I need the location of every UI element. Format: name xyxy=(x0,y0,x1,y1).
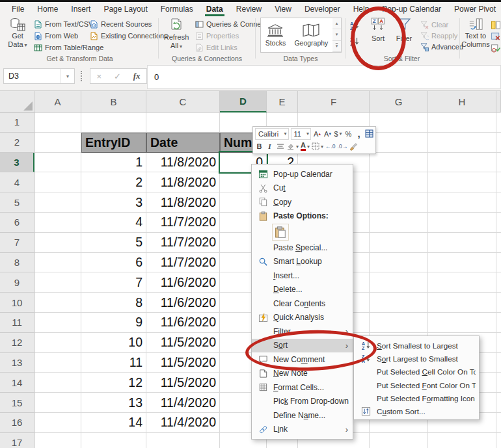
cell-G6[interactable] xyxy=(370,213,428,233)
cell-A16[interactable] xyxy=(34,413,81,433)
tab-page-layout[interactable]: Page Layout xyxy=(97,2,154,16)
cell-B4[interactable]: 2 xyxy=(81,172,146,192)
cell-partial[interactable] xyxy=(496,192,501,213)
cell-A15[interactable] xyxy=(34,393,81,413)
percent-style-icon[interactable]: % xyxy=(344,129,353,139)
cell-G10[interactable] xyxy=(370,293,428,313)
cell-C1[interactable] xyxy=(146,112,220,133)
column-header-G[interactable]: G xyxy=(370,91,428,112)
cell-B12[interactable]: 10 xyxy=(81,333,146,353)
tab-data[interactable]: Data xyxy=(200,2,230,16)
cell-partial[interactable] xyxy=(496,253,501,273)
row-header-14[interactable]: 14 xyxy=(0,373,34,393)
menu-item-format-cells[interactable]: Format Cells... xyxy=(252,380,353,395)
tab-review[interactable]: Review xyxy=(230,2,268,16)
cell-A14[interactable] xyxy=(34,373,81,393)
cell-B2[interactable]: EntryID xyxy=(81,133,146,153)
cell-H5[interactable] xyxy=(428,192,496,213)
enter-icon[interactable]: ✓ xyxy=(114,72,121,81)
get-data-button[interactable]: Get Data▾ xyxy=(4,18,31,49)
cell-H6[interactable] xyxy=(428,213,496,233)
cell-B11[interactable]: 9 xyxy=(81,313,146,333)
menu-item-new-note[interactable]: New Note xyxy=(252,367,353,381)
row-header-10[interactable]: 10 xyxy=(0,293,34,313)
column-header-C[interactable]: C xyxy=(146,91,220,112)
cell-G5[interactable] xyxy=(370,192,428,213)
row-header-2[interactable]: 2 xyxy=(0,133,34,153)
flash-fill-icon[interactable] xyxy=(491,20,501,30)
select-all-corner[interactable] xyxy=(0,91,34,112)
cancel-icon[interactable]: × xyxy=(96,72,102,81)
cell-G9[interactable] xyxy=(370,272,428,293)
font-size-select[interactable]: 11▾ xyxy=(291,128,311,140)
menu-item-define-name[interactable]: Define Name... xyxy=(252,408,353,423)
menu-item-insert[interactable]: Insert... xyxy=(252,269,353,283)
font-name-select[interactable]: Calibri▾ xyxy=(255,128,289,140)
menu-item-pop-up-calendar[interactable]: Pop-up Calendar xyxy=(252,167,353,181)
sort-button[interactable]: ZA Sort xyxy=(366,18,390,43)
shrink-font-icon[interactable]: A▾ xyxy=(323,129,332,139)
cell-A3[interactable] xyxy=(34,153,81,173)
row-header-4[interactable]: 4 xyxy=(0,172,34,192)
column-header-A[interactable]: A xyxy=(34,91,81,112)
cell-C10[interactable]: 11/6/2020 xyxy=(146,293,220,313)
cell-G2[interactable] xyxy=(370,133,428,153)
tab-home[interactable]: Home xyxy=(31,2,64,16)
cell-partial[interactable] xyxy=(496,272,501,293)
cell-partial[interactable] xyxy=(496,213,501,233)
cell-C17[interactable] xyxy=(146,433,220,448)
row-header-12[interactable]: 12 xyxy=(0,333,34,353)
chevron-down-icon[interactable]: ▾ xyxy=(61,69,74,83)
cell-G1[interactable] xyxy=(370,112,428,133)
menu-item-quick-analysis[interactable]: Quick Analysis xyxy=(252,311,353,325)
cell-G3[interactable] xyxy=(370,153,428,173)
recent-sources-button[interactable]: Recent Sources xyxy=(90,19,152,29)
cell-A7[interactable] xyxy=(34,233,81,253)
cell-H17[interactable] xyxy=(428,433,496,448)
cell-partial[interactable] xyxy=(496,293,501,313)
menu-item-sort-largest-to-smallest[interactable]: ZASort Largest to Smallest xyxy=(354,352,479,365)
from-text-csv-button[interactable]: From Text/CSV xyxy=(34,19,93,29)
cell-A1[interactable] xyxy=(34,112,81,133)
format-painter-icon[interactable] xyxy=(349,141,358,152)
menu-item-delete[interactable]: Delete... xyxy=(252,283,353,297)
edit-links-button[interactable]: Edit Links xyxy=(195,42,237,53)
properties-button[interactable]: Properties xyxy=(195,31,239,41)
cell-G8[interactable] xyxy=(370,253,428,273)
cell-B14[interactable]: 12 xyxy=(81,373,146,393)
column-header-E[interactable]: E xyxy=(267,91,298,112)
cell-partial[interactable] xyxy=(496,413,501,433)
cell-C12[interactable]: 11/5/2020 xyxy=(146,333,220,353)
cell-H7[interactable] xyxy=(428,233,496,253)
cell-partial[interactable] xyxy=(496,153,501,173)
cell-B3[interactable]: 1 xyxy=(81,153,146,173)
row-header-11[interactable]: 11 xyxy=(0,313,34,333)
cell-B15[interactable]: 13 xyxy=(81,393,146,413)
cell-partial[interactable] xyxy=(496,333,501,353)
cell-C5[interactable]: 11/8/2020 xyxy=(146,192,220,213)
tab-file[interactable]: File xyxy=(5,2,31,16)
cell-C11[interactable]: 11/6/2020 xyxy=(146,313,220,333)
cell-H4[interactable] xyxy=(428,172,496,192)
cell-A9[interactable] xyxy=(34,272,81,293)
menu-item-pick-from-drop-down-list[interactable]: Pick From Drop-down List... xyxy=(252,395,353,409)
cell-A13[interactable] xyxy=(34,353,81,373)
cell-C6[interactable]: 11/7/2020 xyxy=(146,213,220,233)
cell-C16[interactable]: 11/4/2020 xyxy=(146,413,220,433)
row-header-3[interactable]: 3 xyxy=(0,153,34,173)
center-align-icon[interactable] xyxy=(276,141,284,152)
bold-icon[interactable]: B xyxy=(255,141,264,152)
cell-C9[interactable]: 11/6/2020 xyxy=(146,272,220,293)
menu-item-custom-sort[interactable]: Custom Sort... xyxy=(354,404,479,417)
menu-item-clear-contents[interactable]: Clear Contents xyxy=(252,296,353,311)
tab-developer[interactable]: Developer xyxy=(298,2,347,16)
menu-item-put-selected-cell-color-on-top[interactable]: Put Selected Cell Color On Top xyxy=(354,365,479,378)
cell-A11[interactable] xyxy=(34,313,81,333)
cell-H9[interactable] xyxy=(428,272,496,293)
gallery-down-icon[interactable]: ▾ xyxy=(332,29,341,40)
refresh-all-button[interactable]: Refresh All▾ xyxy=(161,18,191,51)
insert-function-icon[interactable]: fx xyxy=(133,71,141,81)
tab-view[interactable]: View xyxy=(268,2,298,16)
cell-B17[interactable] xyxy=(81,433,146,448)
cell-partial[interactable] xyxy=(496,353,501,373)
